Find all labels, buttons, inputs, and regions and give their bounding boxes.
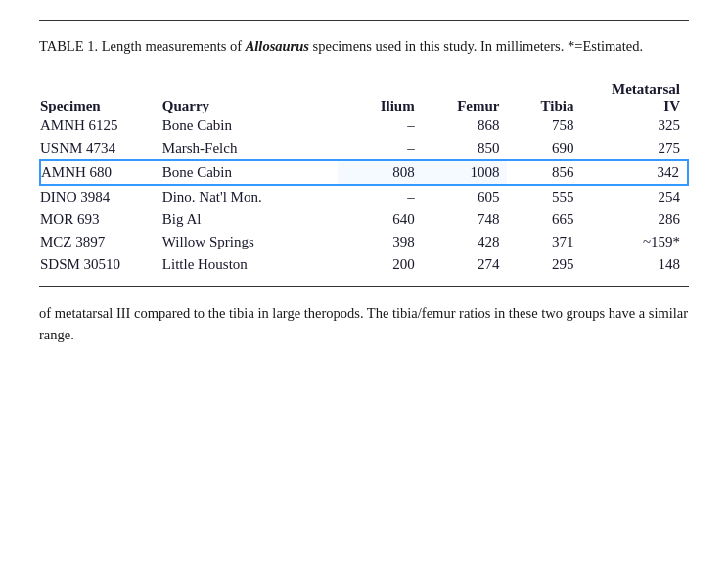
cell-quarry: Marsh-Felch bbox=[162, 137, 338, 160]
cell-ilium: 640 bbox=[338, 208, 423, 231]
caption-text-after: specimens used in this study. In millime… bbox=[309, 38, 643, 54]
col-header-femur: Femur bbox=[423, 77, 508, 114]
cell-tibia: 856 bbox=[507, 160, 581, 185]
cell-quarry: Bone Cabin bbox=[162, 114, 338, 137]
cell-metatarsal: 148 bbox=[581, 253, 688, 276]
table-row: SDSM 30510Little Houston200274295148 bbox=[40, 253, 688, 276]
cell-ilium: 200 bbox=[338, 253, 423, 276]
table-caption: TABLE 1. Length measurements of Allosaur… bbox=[39, 36, 689, 58]
cell-specimen: SDSM 30510 bbox=[40, 253, 162, 276]
cell-femur: 605 bbox=[423, 185, 508, 208]
cell-femur: 428 bbox=[423, 231, 508, 253]
table-row: AMNH 680Bone Cabin8081008856342 bbox=[40, 160, 688, 185]
bottom-rule bbox=[39, 286, 689, 287]
cell-ilium: – bbox=[338, 137, 423, 160]
cell-tibia: 555 bbox=[507, 185, 581, 208]
cell-metatarsal: 254 bbox=[581, 185, 688, 208]
cell-quarry: Big Al bbox=[162, 208, 338, 231]
cell-specimen: MOR 693 bbox=[40, 208, 162, 231]
cell-tibia: 665 bbox=[507, 208, 581, 231]
metatarsal-line1: Metatarsal bbox=[612, 81, 680, 97]
cell-metatarsal: 275 bbox=[581, 137, 688, 160]
caption-text-before: Length measurements of bbox=[102, 38, 246, 54]
top-rule bbox=[39, 20, 689, 21]
table-row: USNM 4734Marsh-Felch–850690275 bbox=[40, 137, 688, 160]
col-header-tibia: Tibia bbox=[507, 77, 581, 114]
cell-tibia: 295 bbox=[507, 253, 581, 276]
cell-ilium: – bbox=[338, 185, 423, 208]
table-row: MCZ 3897Willow Springs398428371~159* bbox=[40, 231, 688, 253]
cell-metatarsal: 325 bbox=[581, 114, 688, 137]
cell-femur: 274 bbox=[423, 253, 508, 276]
cell-ilium: – bbox=[338, 114, 423, 137]
cell-metatarsal: 342 bbox=[581, 160, 688, 185]
col-header-metatarsal: Metatarsal IV bbox=[581, 77, 688, 114]
cell-femur: 868 bbox=[423, 114, 508, 137]
cell-femur: 748 bbox=[423, 208, 508, 231]
caption-prefix: TABLE 1. bbox=[39, 38, 98, 54]
metatarsal-line2: IV bbox=[663, 98, 680, 113]
cell-metatarsal: 286 bbox=[581, 208, 688, 231]
cell-specimen: AMNH 6125 bbox=[40, 114, 162, 137]
cell-tibia: 758 bbox=[507, 114, 581, 137]
table-body: AMNH 6125Bone Cabin–868758325USNM 4734Ma… bbox=[40, 114, 688, 276]
cell-tibia: 690 bbox=[507, 137, 581, 160]
cell-specimen: MCZ 3897 bbox=[40, 231, 162, 253]
cell-ilium: 398 bbox=[338, 231, 423, 253]
footer-text: of metatarsal III compared to the tibia … bbox=[39, 302, 689, 346]
cell-metatarsal: ~159* bbox=[581, 231, 688, 253]
page-container: TABLE 1. Length measurements of Allosaur… bbox=[39, 20, 689, 346]
cell-quarry: Dino. Nat'l Mon. bbox=[162, 185, 338, 208]
cell-quarry: Willow Springs bbox=[162, 231, 338, 253]
table-row: AMNH 6125Bone Cabin–868758325 bbox=[40, 114, 688, 137]
col-header-quarry: Quarry bbox=[162, 77, 338, 114]
cell-ilium: 808 bbox=[338, 160, 423, 185]
col-header-ilium: Ilium bbox=[338, 77, 423, 114]
cell-quarry: Bone Cabin bbox=[162, 160, 338, 185]
caption-italic: Allosaurus bbox=[246, 38, 309, 54]
cell-femur: 1008 bbox=[423, 160, 508, 185]
col-header-specimen: Specimen bbox=[40, 77, 162, 114]
table-row: MOR 693Big Al640748665286 bbox=[40, 208, 688, 231]
measurements-table: Specimen Quarry Ilium Femur Tibia Metata… bbox=[39, 77, 689, 276]
cell-quarry: Little Houston bbox=[162, 253, 338, 276]
cell-femur: 850 bbox=[423, 137, 508, 160]
cell-specimen: AMNH 680 bbox=[40, 160, 162, 185]
cell-specimen: USNM 4734 bbox=[40, 137, 162, 160]
cell-tibia: 371 bbox=[507, 231, 581, 253]
cell-specimen: DINO 3984 bbox=[40, 185, 162, 208]
table-row: DINO 3984Dino. Nat'l Mon.–605555254 bbox=[40, 185, 688, 208]
table-header-row: Specimen Quarry Ilium Femur Tibia Metata… bbox=[40, 77, 688, 114]
